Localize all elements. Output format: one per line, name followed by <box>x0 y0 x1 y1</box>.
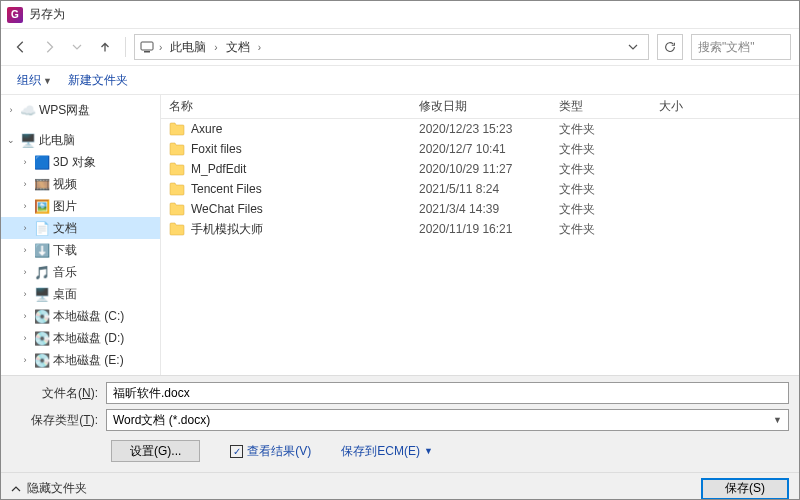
expand-icon[interactable]: › <box>19 333 31 343</box>
file-row[interactable]: Axure2020/12/23 15:23文件夹 <box>161 119 799 139</box>
tree-item[interactable]: ›📄文档 <box>1 217 160 239</box>
cloud-icon: ☁️ <box>20 102 36 118</box>
folder-icon <box>169 182 185 196</box>
forward-button[interactable] <box>37 35 61 59</box>
expand-icon[interactable]: › <box>19 311 31 321</box>
folder-icon <box>169 222 185 236</box>
file-row[interactable]: Tencent Files2021/5/11 8:24文件夹 <box>161 179 799 199</box>
file-row[interactable]: Foxit files2020/12/7 10:41文件夹 <box>161 139 799 159</box>
filetype-select[interactable]: Word文档 (*.docx) ▼ <box>106 409 789 431</box>
chevron-up-icon <box>11 484 21 494</box>
breadcrumb[interactable]: › 此电脑 › 文档 › <box>134 34 649 60</box>
tree-item[interactable]: ›🎞️视频 <box>1 173 160 195</box>
file-row[interactable]: 手机模拟大师2020/11/19 16:21文件夹 <box>161 219 799 239</box>
file-row[interactable]: WeChat Files2021/3/4 14:39文件夹 <box>161 199 799 219</box>
node-icon: ⬇️ <box>34 242 50 258</box>
chevron-down-icon: ▼ <box>773 415 782 425</box>
node-icon: 🖼️ <box>34 198 50 214</box>
node-icon: 🎞️ <box>34 176 50 192</box>
nav-tree: › ☁️ WPS网盘 ⌄ 🖥️ 此电脑 ›🟦3D 对象›🎞️视频›🖼️图片›📄文… <box>1 95 161 375</box>
save-button[interactable]: 保存(S) <box>701 478 789 500</box>
expand-icon[interactable]: › <box>19 355 31 365</box>
tree-item[interactable]: ›🎵音乐 <box>1 261 160 283</box>
chevron-right-icon[interactable]: › <box>212 42 219 53</box>
expand-icon[interactable]: › <box>19 223 31 233</box>
node-icon: 💽 <box>34 308 50 324</box>
tree-item[interactable]: ›🖥️桌面 <box>1 283 160 305</box>
organize-button[interactable]: 组织▼ <box>11 68 58 93</box>
col-date[interactable]: 修改日期 <box>411 98 551 115</box>
search-placeholder: 搜索"文档" <box>698 39 755 56</box>
search-input[interactable]: 搜索"文档" <box>691 34 791 60</box>
refresh-button[interactable] <box>657 34 683 60</box>
chevron-right-icon[interactable]: › <box>157 42 164 53</box>
back-button[interactable] <box>9 35 33 59</box>
folder-icon <box>169 142 185 156</box>
separator <box>125 37 126 57</box>
recent-dropdown[interactable] <box>65 35 89 59</box>
node-icon: 📄 <box>34 220 50 236</box>
settings-button[interactable]: 设置(G)... <box>111 440 200 462</box>
col-type[interactable]: 类型 <box>551 98 651 115</box>
expand-icon[interactable]: › <box>19 267 31 277</box>
expand-icon[interactable]: › <box>19 289 31 299</box>
tree-this-pc[interactable]: ⌄ 🖥️ 此电脑 <box>1 129 160 151</box>
folder-icon <box>169 122 185 136</box>
path-segment[interactable]: 此电脑 <box>166 37 210 58</box>
expand-icon[interactable]: › <box>19 179 31 189</box>
view-result-checkbox[interactable]: ✓ 查看结果(V) <box>230 443 311 460</box>
filename-input[interactable] <box>106 382 789 404</box>
tree-item[interactable]: ›⬇️下载 <box>1 239 160 261</box>
file-list: Axure2020/12/23 15:23文件夹Foxit files2020/… <box>161 119 799 375</box>
new-folder-button[interactable]: 新建文件夹 <box>62 68 134 93</box>
node-icon: 🖥️ <box>34 286 50 302</box>
filename-label: 文件名(N): <box>11 385 106 402</box>
chevron-right-icon[interactable]: › <box>256 42 263 53</box>
tree-item[interactable]: ›🖼️图片 <box>1 195 160 217</box>
path-segment[interactable]: 文档 <box>222 37 254 58</box>
hide-folders-button[interactable]: 隐藏文件夹 <box>11 480 87 497</box>
tree-wps[interactable]: › ☁️ WPS网盘 <box>1 99 160 121</box>
window-title: 另存为 <box>29 6 65 23</box>
tree-item[interactable]: ›🟦3D 对象 <box>1 151 160 173</box>
expand-icon[interactable]: › <box>19 201 31 211</box>
svg-rect-1 <box>144 51 150 53</box>
col-size[interactable]: 大小 <box>651 98 731 115</box>
tree-item[interactable]: ›💽本地磁盘 (E:) <box>1 349 160 371</box>
expand-icon[interactable]: › <box>19 245 31 255</box>
expand-icon[interactable]: › <box>5 105 17 115</box>
node-icon: 🎵 <box>34 264 50 280</box>
folder-icon <box>169 162 185 176</box>
svg-rect-0 <box>141 42 153 50</box>
node-icon: 🟦 <box>34 154 50 170</box>
file-row[interactable]: M_PdfEdit2020/10/29 11:27文件夹 <box>161 159 799 179</box>
pc-icon: 🖥️ <box>20 132 36 148</box>
node-icon: 💽 <box>34 330 50 346</box>
col-name[interactable]: 名称 <box>161 98 411 115</box>
expand-icon[interactable]: › <box>19 157 31 167</box>
collapse-icon[interactable]: ⌄ <box>5 135 17 145</box>
filetype-label: 保存类型(T): <box>11 412 106 429</box>
node-icon: 💽 <box>34 352 50 368</box>
checkbox-checked-icon: ✓ <box>230 445 243 458</box>
save-to-ecm-button[interactable]: 保存到ECM(E) ▼ <box>341 443 433 460</box>
pc-icon <box>139 39 155 55</box>
tree-item[interactable]: ›💽本地磁盘 (C:) <box>1 305 160 327</box>
column-headers: 名称 修改日期 类型 大小 <box>161 95 799 119</box>
tree-item[interactable]: ›💽本地磁盘 (D:) <box>1 327 160 349</box>
app-icon: G <box>7 7 23 23</box>
folder-icon <box>169 202 185 216</box>
up-button[interactable] <box>93 35 117 59</box>
chevron-down-icon: ▼ <box>424 446 433 456</box>
path-dropdown[interactable] <box>622 36 644 58</box>
